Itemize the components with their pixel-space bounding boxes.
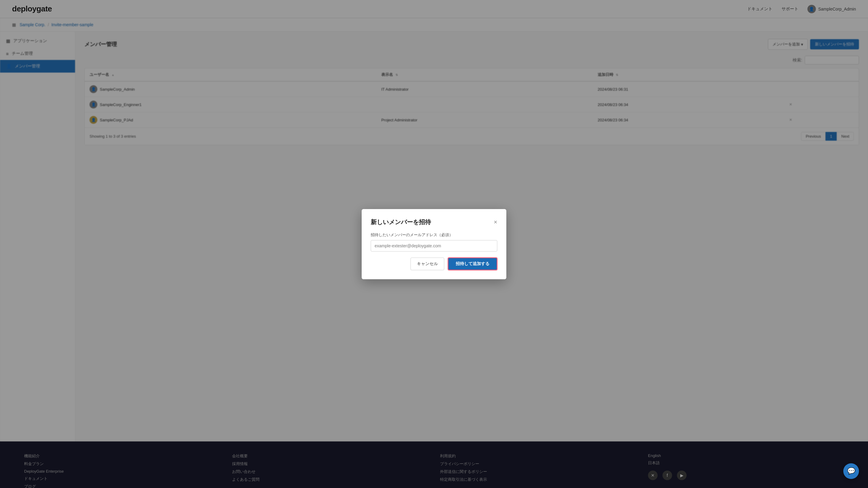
chat-icon: 💬 — [847, 467, 855, 475]
modal-actions: キャンセル 招待して追加する — [371, 258, 497, 270]
modal-title: 新しいメンバーを招待 — [371, 218, 431, 226]
email-input[interactable] — [371, 240, 497, 252]
modal-close-button[interactable]: × — [494, 219, 497, 225]
email-label: 招待したいメンバーのメールアドレス（必須） — [371, 232, 497, 238]
modal-header: 新しいメンバーを招待 × — [371, 218, 497, 226]
modal-overlay[interactable]: 新しいメンバーを招待 × 招待したいメンバーのメールアドレス（必須） キャンセル… — [0, 0, 868, 488]
chat-button[interactable]: 💬 — [843, 463, 859, 479]
invite-submit-button[interactable]: 招待して追加する — [448, 258, 497, 270]
invite-modal: 新しいメンバーを招待 × 招待したいメンバーのメールアドレス（必須） キャンセル… — [362, 209, 506, 279]
cancel-button[interactable]: キャンセル — [410, 258, 444, 270]
